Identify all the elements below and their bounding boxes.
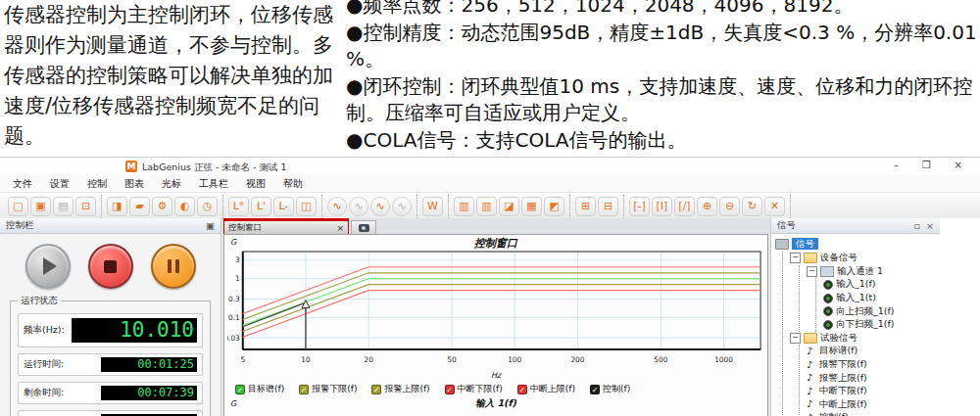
legend-item[interactable]: ✓报警上限(f)	[371, 383, 429, 395]
menu-item[interactable]: 文件	[4, 177, 41, 191]
sine-wave-icon[interactable]: ∿	[327, 197, 347, 216]
tree-item[interactable]: 向下扫频_1(f)	[823, 318, 938, 332]
tree-item[interactable]: ♪中断下限(f)	[807, 385, 938, 398]
bars-2-icon[interactable]: ▥	[476, 197, 497, 216]
tile-windows-icon[interactable]: ⊞	[575, 197, 596, 216]
legend-item[interactable]: ✓报警下限(f)	[299, 383, 357, 395]
zoom-out-icon[interactable]: ⊖	[719, 197, 740, 216]
schedule-icon[interactable]: ◐	[174, 197, 195, 216]
menu-item[interactable]: 工具栏	[190, 177, 237, 191]
legend-item[interactable]: ✓中断下限(f)	[445, 383, 503, 395]
flag-icon[interactable]: ▰	[129, 197, 150, 216]
tree-item[interactable]: ♪控制(f)	[807, 411, 938, 416]
sweep-wave-off-icon[interactable]: ∿	[392, 197, 412, 216]
tab-close-icon[interactable]: ×	[336, 223, 344, 233]
tree-item-label: 目标谱(f)	[819, 345, 858, 357]
open-file-icon[interactable]: ▤	[53, 197, 74, 216]
legend-item[interactable]: ✓中断上限(f)	[517, 383, 575, 395]
tree-item[interactable]: −试验信号	[790, 332, 938, 346]
menu-item[interactable]: 控制	[78, 177, 116, 191]
cursor-slope-icon[interactable]: [/]	[674, 197, 695, 216]
tree-item[interactable]: −输入通道 1	[807, 265, 938, 279]
tree-item-label: 中断上限(f)	[819, 398, 867, 411]
word-report-icon[interactable]: W	[422, 197, 443, 216]
legend-checkbox-icon[interactable]: ✓	[235, 385, 245, 394]
new-file-icon[interactable]: ▢	[8, 197, 28, 216]
legend-checkbox-icon[interactable]: ✓	[299, 385, 309, 394]
duplicate-window-icon[interactable]: ◫	[296, 197, 317, 216]
meter-icon: ♪	[807, 399, 816, 409]
chart-area: 控制窗口 × G 控制窗口 310.30.10.0351020501002005…	[221, 218, 770, 416]
menu-item[interactable]: 设置	[41, 177, 78, 191]
cascade-windows-icon[interactable]: ⊟	[598, 197, 618, 216]
cursor-v-icon[interactable]: [I]	[652, 197, 672, 216]
tree-item-label: 输入_1(f)	[836, 278, 876, 291]
field-label: 频率(Hz):	[24, 324, 65, 337]
svg-text:0.03: 0.03	[227, 334, 240, 343]
pin-icon[interactable]: ▫	[914, 220, 920, 231]
level-up-icon[interactable]: L'	[251, 197, 271, 216]
legend-item[interactable]: ✓控制(f)	[590, 383, 630, 395]
tree-item[interactable]: 输入_1(f)	[823, 278, 938, 292]
legend-item[interactable]: ✓目标谱(f)	[235, 383, 284, 395]
level-deg-icon[interactable]: L°	[228, 197, 249, 216]
collapse-icon[interactable]: −	[790, 253, 801, 263]
legend-checkbox-icon[interactable]: ✓	[371, 385, 381, 394]
layout-icon[interactable]: ◩	[544, 197, 564, 216]
meter-icon: ♪	[807, 387, 816, 396]
tree-item[interactable]: ♪目标谱(f)	[807, 345, 938, 358]
zoom-in-icon[interactable]: ⊕	[697, 197, 717, 216]
legend-checkbox-icon[interactable]: ✓	[445, 385, 455, 394]
svg-text:200: 200	[570, 355, 584, 364]
sweep-wave-icon[interactable]: ∿	[370, 197, 390, 216]
fit-view-icon[interactable]: ✕	[764, 197, 785, 216]
bars-1-icon[interactable]: ▥	[454, 197, 474, 216]
legend-label: 报警下限(f)	[312, 383, 357, 395]
menu-item[interactable]: 图表	[116, 177, 153, 191]
tree-item[interactable]: ♪中断上限(f)	[807, 398, 938, 412]
menu-item[interactable]: 帮助	[274, 177, 312, 191]
bars-3-icon[interactable]: ◪	[499, 197, 519, 216]
close-icon[interactable]: ×	[955, 160, 962, 170]
tree-item[interactable]: −设备信号	[790, 252, 938, 265]
control-spectrum-plot[interactable]: 310.30.10.0351020501002005001000	[227, 249, 764, 372]
legend-checkbox-icon[interactable]: ✓	[517, 385, 527, 394]
export-icon[interactable]: ⊡	[75, 197, 96, 216]
collapse-icon[interactable]: −	[807, 266, 817, 277]
stop-icon	[104, 260, 117, 273]
legend-checkbox-icon[interactable]: ✓	[590, 385, 600, 394]
snapshot-tab[interactable]	[351, 220, 376, 234]
restore-icon[interactable]: ❐	[922, 160, 931, 170]
pin-icon[interactable]: ▣	[206, 220, 215, 231]
tree-item[interactable]: ♪报警下限(f)	[807, 358, 938, 372]
spec-bullet: ●闭环控制：闭环典型值10 ms，支持加速度、速度、位移和力的闭环控制。压缩率可…	[346, 73, 978, 127]
sine-wave-off-icon[interactable]: ∿	[349, 197, 368, 216]
level-down-icon[interactable]: L-	[273, 197, 294, 216]
tree-item[interactable]: ♪报警上限(f)	[807, 371, 938, 385]
bars-4-icon[interactable]: ▦	[521, 197, 542, 216]
tab-control-window[interactable]: 控制窗口 ×	[223, 218, 349, 234]
control-panel: 控制栏 ▣ 运行状态 频率(Hz):10.010运行时间:00:01:25剩余时…	[0, 218, 221, 416]
play-button[interactable]	[25, 244, 71, 289]
panel-close-icon[interactable]: ×	[926, 220, 934, 231]
menu-item[interactable]: 视图	[237, 177, 274, 191]
tree-item-label: 控制(f)	[819, 411, 849, 416]
pause-button[interactable]	[151, 244, 196, 289]
clipboard-icon[interactable]: ◨	[107, 197, 127, 216]
gear-icon[interactable]: ⚙	[152, 197, 172, 216]
tree-item[interactable]: 输入_1(t)	[823, 292, 938, 305]
collapse-icon[interactable]: −	[790, 333, 801, 344]
save-icon[interactable]: ▣	[30, 197, 51, 216]
minimize-icon[interactable]: –	[894, 160, 899, 170]
refresh-icon[interactable]: ↻	[742, 197, 762, 216]
tree-item-label: 向下扫频_1(f)	[836, 318, 895, 331]
stop-button[interactable]	[88, 244, 133, 289]
status-fields: 频率(Hz):10.010运行时间:00:01:25剩余时间:00:07:39控…	[18, 313, 203, 416]
cursor-h-icon[interactable]: [-]	[629, 197, 650, 216]
tree-item[interactable]: 向上扫频_1(f)	[823, 304, 938, 318]
clock-icon[interactable]: ◷	[197, 197, 218, 216]
menu-item[interactable]: 光标	[153, 177, 190, 191]
signal-root-item[interactable]: 信号	[773, 237, 938, 252]
input-icon	[823, 280, 833, 290]
legend-label: 中断上限(f)	[530, 383, 575, 395]
